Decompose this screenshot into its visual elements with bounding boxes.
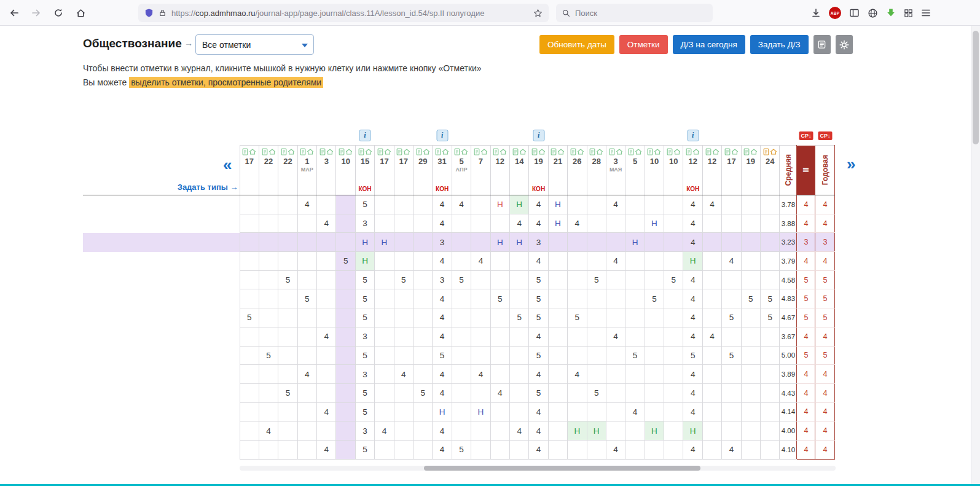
grade-cell[interactable]: 5: [529, 383, 548, 402]
date-column-header[interactable]: i31КОН: [433, 146, 452, 195]
year-grade-cell[interactable]: 4: [815, 327, 835, 346]
grade-cell[interactable]: [336, 421, 355, 441]
period-grade-cell[interactable]: 4: [797, 327, 815, 346]
grade-cell[interactable]: Н: [548, 214, 567, 233]
date-column-header[interactable]: 14: [509, 146, 528, 195]
date-column-header[interactable]: 12: [702, 146, 721, 195]
grade-cell[interactable]: Н: [490, 195, 509, 214]
grade-cell[interactable]: [587, 346, 606, 365]
grade-cell[interactable]: [548, 383, 567, 402]
grade-cell[interactable]: [490, 346, 509, 365]
grade-cell[interactable]: 4: [433, 383, 452, 402]
grade-cell[interactable]: [336, 346, 355, 365]
grade-cell[interactable]: [625, 270, 645, 289]
grade-cell[interactable]: 4: [433, 421, 452, 441]
year-grade-cell[interactable]: 5: [815, 308, 835, 327]
grade-cell[interactable]: [375, 270, 394, 289]
grade-cell[interactable]: [625, 308, 645, 327]
grade-cell[interactable]: [606, 402, 625, 421]
date-column-header[interactable]: 26: [568, 146, 587, 195]
date-column-header[interactable]: 28: [587, 146, 606, 195]
grade-cell[interactable]: 4: [259, 421, 278, 441]
grade-cell[interactable]: 4: [433, 252, 452, 271]
grade-cell[interactable]: [645, 233, 664, 252]
grade-cell[interactable]: Н: [548, 195, 567, 214]
grade-cell[interactable]: 5: [355, 440, 374, 459]
year-grade-cell[interactable]: 5: [815, 346, 835, 365]
grade-cell[interactable]: [375, 214, 394, 233]
grade-cell[interactable]: [702, 252, 721, 271]
date-column-header[interactable]: 22: [278, 146, 297, 195]
grade-cell[interactable]: 5: [240, 308, 259, 327]
grade-cell[interactable]: [490, 421, 509, 441]
grade-cell[interactable]: Н: [683, 252, 702, 271]
lock-icon[interactable]: [159, 9, 167, 17]
grade-cell[interactable]: Н: [568, 421, 587, 441]
grade-cell[interactable]: 4: [683, 214, 702, 233]
grade-cell[interactable]: [761, 365, 780, 384]
grade-cell[interactable]: 5: [529, 308, 548, 327]
period-grade-cell[interactable]: 3: [797, 233, 815, 252]
grade-cell[interactable]: [625, 195, 645, 214]
grade-cell[interactable]: [278, 214, 297, 233]
grade-cell[interactable]: [259, 327, 278, 346]
period-grade-cell[interactable]: 5: [797, 346, 815, 365]
grade-cell[interactable]: [722, 195, 741, 214]
grade-cell[interactable]: [317, 252, 336, 271]
grade-cell[interactable]: [297, 421, 316, 441]
grade-cell[interactable]: [259, 402, 278, 421]
grade-cell[interactable]: [394, 289, 413, 308]
grade-cell[interactable]: [471, 327, 490, 346]
back-icon[interactable]: [5, 4, 23, 22]
grade-cell[interactable]: 4: [471, 252, 490, 271]
grade-cell[interactable]: [336, 440, 355, 459]
grade-cell[interactable]: 5: [355, 195, 374, 214]
grade-cell[interactable]: Н: [509, 195, 528, 214]
date-column-header[interactable]: 1МАР: [297, 146, 316, 195]
grade-cell[interactable]: [414, 346, 433, 365]
grade-cell[interactable]: [336, 383, 355, 402]
grade-cell[interactable]: 4: [433, 440, 452, 459]
grade-cell[interactable]: [375, 252, 394, 271]
grade-cell[interactable]: [240, 214, 259, 233]
date-column-header[interactable]: 12: [490, 146, 509, 195]
grade-cell[interactable]: [297, 233, 316, 252]
grade-cell[interactable]: [414, 214, 433, 233]
grade-cell[interactable]: [490, 440, 509, 459]
grade-cell[interactable]: 5: [452, 440, 471, 459]
grade-cell[interactable]: [297, 270, 316, 289]
grade-cell[interactable]: 5: [587, 270, 606, 289]
grade-cell[interactable]: 5: [452, 270, 471, 289]
grade-cell[interactable]: [587, 233, 606, 252]
grade-cell[interactable]: [702, 289, 721, 308]
grade-cell[interactable]: [548, 308, 567, 327]
grade-cell[interactable]: 5: [355, 270, 374, 289]
grade-cell[interactable]: [606, 233, 625, 252]
grade-cell[interactable]: 4: [568, 214, 587, 233]
forward-icon[interactable]: [27, 4, 45, 22]
grade-cell[interactable]: [606, 421, 625, 441]
grade-cell[interactable]: [568, 440, 587, 459]
grade-cell[interactable]: [606, 383, 625, 402]
grade-cell[interactable]: [741, 365, 760, 384]
grade-cell[interactable]: [278, 327, 297, 346]
grade-cell[interactable]: [625, 289, 645, 308]
grade-cell[interactable]: 4: [297, 365, 316, 384]
year-grade-cell[interactable]: 4: [815, 440, 835, 459]
marks-button[interactable]: Отметки: [619, 35, 668, 54]
grade-cell[interactable]: 5: [414, 383, 433, 402]
grade-cell[interactable]: [452, 252, 471, 271]
grade-cell[interactable]: [414, 308, 433, 327]
tracking-shield-icon[interactable]: [144, 8, 154, 18]
grade-cell[interactable]: [317, 383, 336, 402]
grade-cell[interactable]: [375, 346, 394, 365]
grade-cell[interactable]: 4: [529, 365, 548, 384]
grade-cell[interactable]: [259, 289, 278, 308]
grade-cell[interactable]: 5: [761, 289, 780, 308]
grade-cell[interactable]: [394, 233, 413, 252]
grade-cell[interactable]: [490, 402, 509, 421]
grade-cell[interactable]: [317, 346, 336, 365]
grade-cell[interactable]: [625, 252, 645, 271]
grade-cell[interactable]: 5: [568, 308, 587, 327]
grade-cell[interactable]: [761, 440, 780, 459]
